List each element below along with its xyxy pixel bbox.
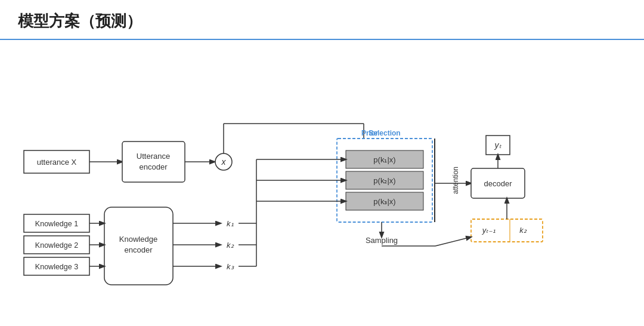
pk2-label: p(k₂|x) — [373, 176, 395, 185]
k3-text: k₃ — [227, 262, 234, 271]
attention-label: attention — [451, 167, 460, 194]
yt-prev-label: yₜ₋₁ — [482, 226, 496, 235]
page: 模型方案（预测） utterance X Utterance encoder — [0, 0, 644, 326]
attention-bar — [434, 139, 435, 222]
pk1-label: p(k₁|x) — [373, 155, 395, 164]
knowledge-encoder-label1: Knowledge — [119, 235, 157, 244]
arrow-sampling-to-yt-prev — [435, 237, 471, 246]
utterance-input-label: utterance X — [37, 158, 77, 167]
k2-text: k₂ — [227, 241, 234, 250]
decoder-label: decoder — [484, 179, 513, 188]
x-label: x — [221, 157, 227, 167]
sampling-label: Sampling — [366, 236, 398, 245]
utterance-encoder-label2: encoder — [140, 162, 168, 171]
k1-text: k₁ — [227, 219, 234, 228]
knowledge1-label: Knowledge 1 — [35, 220, 78, 228]
pk3-label: p(k₃|x) — [373, 197, 395, 206]
header: 模型方案（预测） — [0, 0, 644, 40]
knowledge3-label: Knowledge 3 — [35, 263, 78, 271]
page-title: 模型方案（预测） — [18, 11, 626, 32]
diagram-area: utterance X Utterance encoder x Prior Se… — [0, 46, 644, 326]
yt-label: yₜ — [494, 140, 502, 150]
k2-label: k₂ — [519, 226, 527, 235]
utterance-encoder-label1: Utterance — [137, 152, 170, 161]
knowledge2-label: Knowledge 2 — [35, 241, 78, 250]
prior-selection-label2: Selection — [369, 129, 400, 137]
utterance-encoder-box — [122, 142, 185, 182]
knowledge-encoder-label2: encoder — [125, 245, 153, 254]
